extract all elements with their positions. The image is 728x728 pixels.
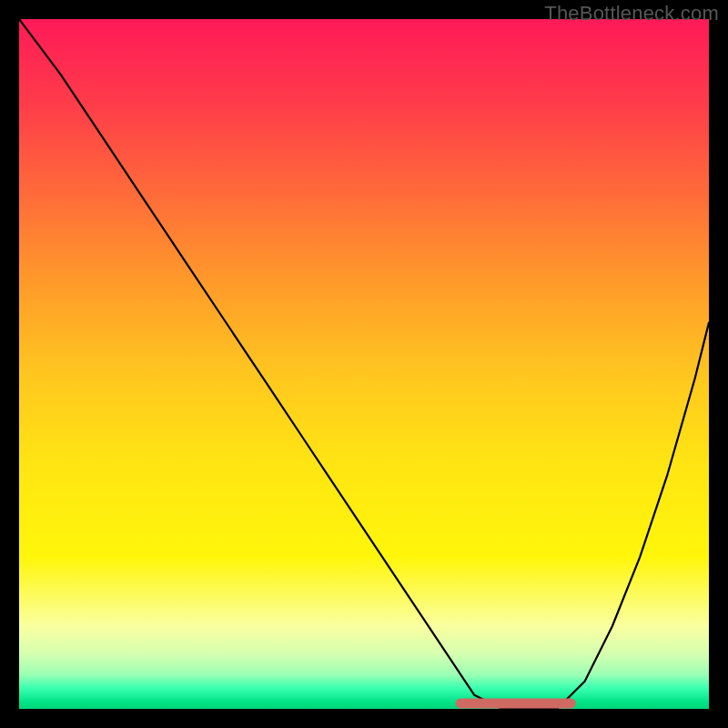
curve-svg	[19, 19, 709, 709]
main-curve	[19, 19, 709, 709]
plot-area	[19, 19, 709, 709]
chart-frame: TheBottleneck.com	[0, 0, 728, 728]
